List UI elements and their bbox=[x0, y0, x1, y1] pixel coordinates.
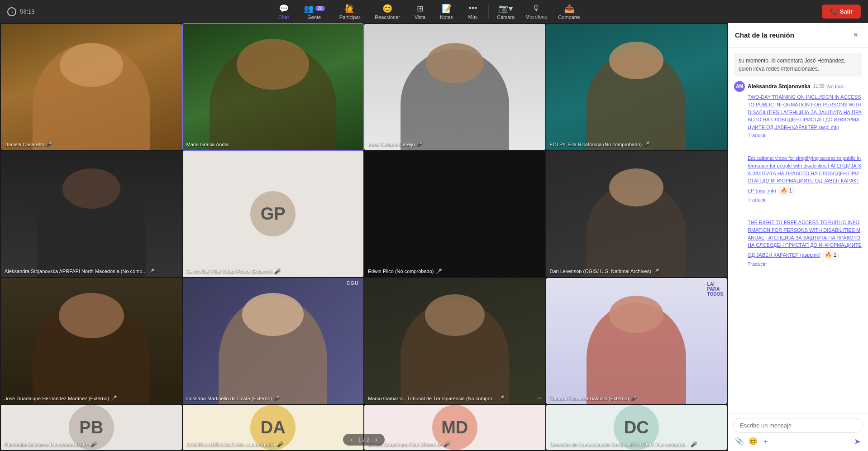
mic-status-edwin: 🎤 bbox=[436, 269, 442, 274]
main-content: Daniela Casaretto 🎤 Maria Gracia Andia I… bbox=[0, 23, 868, 451]
more-label: Más bbox=[468, 14, 478, 19]
tile-name-direccion: Dirección de Comunicación Social INFO CD… bbox=[550, 442, 689, 447]
chat-input-area: 📎 😊 ＋ ➤ bbox=[728, 413, 868, 451]
video-tile-tamara: LAIPARATODOS Tamara Figueiroa Bakuzis (E… bbox=[546, 278, 727, 404]
chat-link-1[interactable]: TWO-DAY TRAINING ON INCLUSION IN ACCESS … bbox=[748, 94, 862, 130]
tile-name-cristiana: Cristiana Martinello da Costa (Externo) bbox=[186, 396, 272, 401]
tile-name-tamara: Tamara Figueiroa Bakuzis (Externo) bbox=[550, 396, 629, 401]
notes-icon: 📝 bbox=[442, 4, 452, 14]
tab-participate[interactable]: 🙋 Participar bbox=[333, 2, 367, 22]
message-timestamp: 11:59 bbox=[813, 83, 825, 90]
tile-label-foi: FOI Ph_Ella Ricafranca (No comprobado) 🎤 bbox=[550, 141, 650, 147]
prev-page-button[interactable]: ‹ bbox=[348, 436, 354, 444]
leave-label: Salir bbox=[840, 8, 853, 15]
more-options-marco[interactable]: ··· bbox=[536, 394, 542, 401]
mic-button[interactable]: 🎙 Micrófono bbox=[521, 2, 552, 21]
topbar-center: 💬 Chat 👥 26 Gente 🙋 Participar 😊 Reaccio… bbox=[272, 2, 585, 22]
preview-text: su momento. lo comentará José Hernández,… bbox=[739, 58, 845, 72]
mic-status-direccion: 🎤 bbox=[691, 441, 697, 447]
topbar: ○ 53:13 💬 Chat 👥 26 Gente 🙋 Participar 😊… bbox=[0, 0, 868, 23]
video-tile-aleksandra: Aleksandra Stojanovska APRFAPI North Mac… bbox=[1, 151, 182, 277]
mic-status-tamara: 🎤 bbox=[631, 395, 637, 401]
people-badge: 26 bbox=[315, 6, 325, 11]
chat-icon: 💬 bbox=[279, 4, 289, 14]
tile-label-maria: Maria Gracia Andia bbox=[186, 142, 229, 147]
leave-icon: 📞 bbox=[830, 8, 837, 15]
mic-status-dan: 🎤 bbox=[653, 269, 659, 274]
no-translate-label[interactable]: No trad... bbox=[827, 83, 848, 90]
chat-close-button[interactable]: × bbox=[850, 29, 861, 41]
tile-label-jose: José Guadalupe Hernández Martínez (Exter… bbox=[5, 395, 117, 401]
chat-panel: Chat de la reunión × su momento. lo come… bbox=[728, 23, 868, 451]
tile-label-edwin: Edwin Pilco (No comprobado) 🎤 bbox=[368, 269, 442, 274]
people-icon: 👥 bbox=[304, 4, 314, 14]
video-tile-edwin: Edwin Pilco (No comprobado) 🎤 bbox=[364, 151, 545, 277]
reaction-2: 🔥 1 bbox=[822, 250, 839, 260]
tile-name-irene: Irene Soriano Cereijo bbox=[368, 142, 415, 147]
tile-name-edwin: Edwin Pilco (No comprobado) bbox=[368, 269, 434, 274]
video-tile-plamenka: PB Plamenka Bojcheva (No comprobado) 🎤 bbox=[1, 405, 182, 450]
topbar-left: ○ 53:13 bbox=[7, 7, 35, 16]
tile-label-genny: Genny Del Pilar Vélez Ponce (Externo) 🎤 bbox=[186, 269, 281, 274]
chat-label: Chat bbox=[278, 14, 289, 20]
sender-avatar-aleksandra: AM bbox=[734, 81, 745, 92]
video-tile-foi: FOI Ph_Ella Ricafranca (No comprobado) 🎤 bbox=[546, 24, 727, 150]
video-tile-miguel: MD Miguel Ángel Lara Díaz (Externo) 🎤 bbox=[364, 405, 545, 450]
chat-message-input[interactable] bbox=[733, 418, 863, 433]
video-tile-genny: GP Genny Del Pilar Vélez Ponce (Externo)… bbox=[183, 151, 364, 277]
tile-name-aleksandra: Aleksandra Stojanovska APRFAPI North Mac… bbox=[5, 269, 147, 274]
chat-link-3[interactable]: THE RIGHT TO FREE ACCESS TO PUBLIC INFOR… bbox=[748, 220, 862, 258]
tab-view[interactable]: ⊞ Vista bbox=[408, 2, 432, 22]
tab-people[interactable]: 👥 26 Gente bbox=[297, 2, 331, 22]
video-tile-jose: José Guadalupe Hernández Martínez (Exter… bbox=[1, 278, 182, 404]
translate-btn-3[interactable]: Traducir bbox=[748, 261, 862, 268]
participate-icon: 🙋 bbox=[345, 4, 355, 14]
mic-label: Micrófono bbox=[525, 14, 547, 19]
tile-label-daniela: Daniela Casaretto 🎤 bbox=[5, 141, 52, 147]
divider bbox=[488, 5, 489, 19]
tile-label-cristiana: Cristiana Martinello da Costa (Externo) … bbox=[186, 395, 281, 401]
video-grid: Daniela Casaretto 🎤 Maria Gracia Andia I… bbox=[0, 23, 728, 451]
mic-status-irene: 🎤 bbox=[417, 141, 423, 147]
camera-button[interactable]: 📷▾ Cámara bbox=[492, 2, 519, 22]
attach-icon[interactable]: 📎 bbox=[735, 437, 744, 446]
chat-messages[interactable]: su momento. lo comentará José Hernández,… bbox=[728, 48, 868, 413]
tab-react[interactable]: 😊 Reaccionar bbox=[368, 2, 406, 22]
topbar-right: 📞 Salir bbox=[822, 5, 861, 19]
chat-link-2[interactable]: Educational video for simplifying access… bbox=[748, 155, 861, 193]
translate-btn-1[interactable]: Traducir bbox=[748, 132, 862, 139]
share-label: Comparte bbox=[558, 14, 580, 20]
page-indicator: ‹ 1 / 2 › bbox=[343, 434, 385, 446]
mic-status-aleksandra: 🎤 bbox=[148, 269, 155, 274]
tab-more[interactable]: ••• Más bbox=[461, 2, 485, 21]
tile-label-irene: Irene Soriano Cereijo 🎤 bbox=[368, 141, 423, 147]
chat-meta: AM Aleksandra Stojanovska 11:59 No trad.… bbox=[734, 81, 862, 92]
send-button[interactable]: ➤ bbox=[854, 437, 861, 446]
timer-display: 53:13 bbox=[20, 8, 35, 15]
more-icon: ••• bbox=[468, 4, 477, 13]
tile-name-daniela: Daniela Casaretto bbox=[5, 142, 44, 147]
next-page-button[interactable]: › bbox=[373, 436, 379, 444]
translate-btn-2[interactable]: Traducir bbox=[748, 197, 862, 203]
camera-icon: 📷▾ bbox=[499, 4, 513, 14]
tile-label-plamenka: Plamenka Bojcheva (No comprobado) 🎤 bbox=[5, 441, 97, 447]
share-button[interactable]: 📤 Comparte bbox=[553, 2, 584, 22]
tile-name-genny: Genny Del Pilar Vélez Ponce (Externo) bbox=[186, 269, 272, 274]
add-icon[interactable]: ＋ bbox=[762, 437, 769, 446]
video-tile-direccion: DC Dirección de Comunicación Social INFO… bbox=[546, 405, 727, 450]
mic-status-marco: 🎤 bbox=[498, 395, 505, 401]
avatar-genny: GP bbox=[250, 191, 296, 236]
chat-preview-message: su momento. lo comentará José Hernández,… bbox=[734, 53, 862, 77]
tab-notes[interactable]: 📝 Notas bbox=[434, 2, 459, 22]
video-tile-maria: Maria Gracia Andia bbox=[183, 24, 364, 150]
tab-chat[interactable]: 💬 Chat bbox=[272, 2, 296, 22]
mic-status-miguel: 🎤 bbox=[444, 441, 450, 447]
video-tile-irene: Irene Soriano Cereijo 🎤 bbox=[364, 24, 545, 150]
chat-input-actions: 📎 😊 ＋ ➤ bbox=[733, 437, 863, 446]
page-display: 1 / 2 bbox=[358, 437, 369, 443]
emoji-icon[interactable]: 😊 bbox=[749, 437, 758, 446]
video-tile-daniela-a: DA DANIELA ARELLANO (No comprobado) 🎤 bbox=[183, 405, 364, 450]
tile-name-dan: Dan Levenson (OGIS/ U.S. National Archiv… bbox=[550, 269, 651, 274]
mic-status-jose: 🎤 bbox=[111, 395, 117, 401]
leave-button[interactable]: 📞 Salir bbox=[822, 5, 861, 19]
